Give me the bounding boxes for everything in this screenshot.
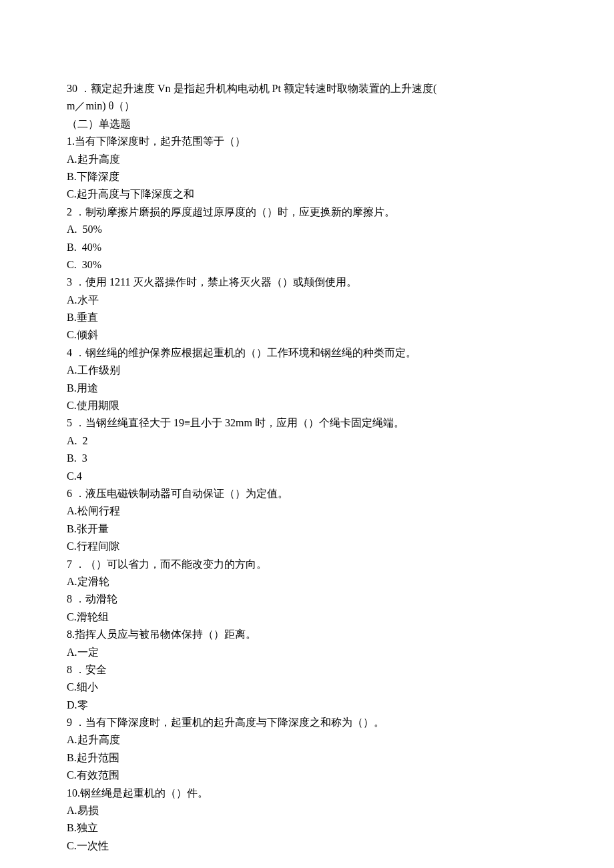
answer-option: A.起升高度	[67, 731, 547, 749]
answer-option: C.行程间隙	[67, 538, 547, 555]
answer-option: A.起升高度	[67, 151, 547, 168]
answer-option: C.起升高度与下降深度之和	[67, 185, 547, 203]
answer-option: B.下降深度	[67, 168, 547, 185]
answer-option: C. 30%	[67, 256, 547, 274]
question-text: 1.当有下降深度时，起升范围等于（）	[67, 133, 547, 150]
answer-option: B.起升范围	[67, 749, 547, 767]
question-text: 3 ．使用 1211 灭火器操作时，禁止将灭火器（）或颠倒使用。	[67, 274, 547, 291]
question-text: 6 ．液压电磁铁制动器可自动保证（）为定值。	[67, 485, 547, 502]
question-text: 7 ．（）可以省力，而不能改变力的方向。	[67, 556, 547, 573]
section-heading: （二）单选题	[67, 115, 547, 133]
answer-option: B.独立	[67, 819, 547, 837]
text-line: 30 ．额定起升速度 Vn 是指起升机构电动机 Pt 额定转速时取物装置的上升速…	[67, 80, 547, 97]
answer-option: A.易损	[67, 802, 547, 819]
answer-option: D.零	[67, 697, 547, 714]
answer-option: B. 40%	[67, 239, 547, 256]
answer-option: B. 3	[67, 450, 547, 467]
answer-option: A.水平	[67, 292, 547, 309]
question-text: 8.指挥人员应与被吊物体保持（）距离。	[67, 626, 547, 643]
answer-option: C.倾斜	[67, 326, 547, 344]
question-text: 4 ．钢丝绳的维护保养应根据起重机的（）工作环境和钢丝绳的种类而定。	[67, 344, 547, 362]
answer-option: A.一定	[67, 644, 547, 661]
answer-option: B.垂直	[67, 309, 547, 326]
answer-option: A.松闸行程	[67, 502, 547, 520]
answer-option: A.工作级别	[67, 362, 547, 379]
question-text: 9 ．当有下降深度时，起重机的起升高度与下降深度之和称为（）。	[67, 714, 547, 731]
answer-option: 8 ．动滑轮	[67, 590, 547, 608]
answer-option: 8 ．安全	[67, 661, 547, 679]
answer-option: A. 2	[67, 432, 547, 450]
answer-option: A. 50%	[67, 221, 547, 238]
question-text: 5 ．当钢丝绳直径大于 19≡且小于 32mm 时，应用（）个绳卡固定绳端。	[67, 414, 547, 432]
text-line: m／min) θ（）	[67, 97, 547, 115]
answer-option: B.用途	[67, 380, 547, 397]
question-text: 2 ．制动摩擦片磨损的厚度超过原厚度的（）时，应更换新的摩擦片。	[67, 203, 547, 221]
answer-option: C.滑轮组	[67, 608, 547, 626]
answer-option: B.张开量	[67, 520, 547, 538]
answer-option: C.细小	[67, 679, 547, 696]
answer-option: C.有效范围	[67, 767, 547, 784]
document-body: 30 ．额定起升速度 Vn 是指起升机构电动机 Pt 额定转速时取物装置的上升速…	[67, 80, 547, 855]
question-text: 10.钢丝绳是起重机的（）件。	[67, 785, 547, 802]
answer-option: C.4	[67, 468, 547, 485]
answer-option: C.一次性	[67, 837, 547, 855]
answer-option: A.定滑轮	[67, 573, 547, 590]
answer-option: C.使用期限	[67, 397, 547, 414]
